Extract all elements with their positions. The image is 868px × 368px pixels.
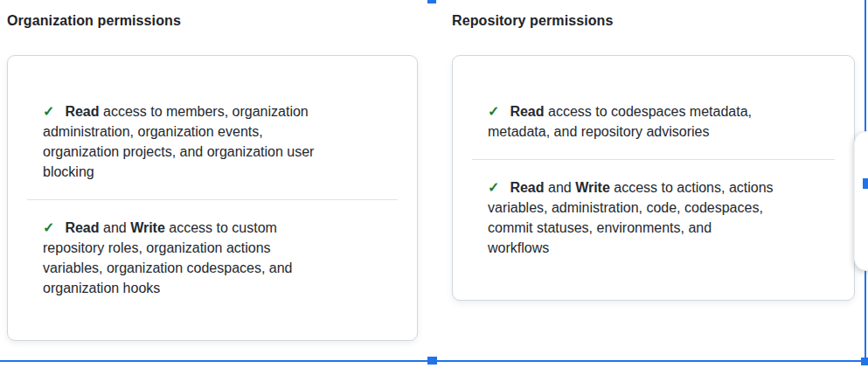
text-segment: variables, organization codespaces, and — [43, 260, 293, 275]
check-icon: ✓ — [488, 101, 499, 122]
text-segment: administration, organization events, — [43, 124, 263, 139]
permission-item: ✓Read access to codespaces metadata, met… — [453, 84, 854, 159]
permission-item: ✓Read and Write access to actions, actio… — [453, 160, 854, 275]
text-segment: Read — [510, 104, 544, 119]
selection-handle-right-middle[interactable] — [863, 178, 868, 189]
permission-line: commit statuses, environments, and — [488, 218, 819, 238]
text-segment: Read — [65, 220, 99, 235]
permission-item: ✓Read and Write access to custom reposit… — [8, 200, 417, 316]
repository-permissions-heading: Repository permissions — [452, 11, 855, 31]
selection-handle-top-center[interactable] — [427, 0, 436, 3]
page-root: Organization permissions ✓Read access to… — [0, 0, 868, 368]
selection-handle-bottom-right[interactable] — [861, 358, 868, 365]
text-segment: Read — [65, 104, 99, 119]
selection-handle-bottom-center[interactable] — [427, 357, 437, 365]
text-segment: blocking — [43, 164, 94, 179]
check-icon: ✓ — [43, 101, 54, 122]
permission-line: variables, organization codespaces, and — [43, 258, 382, 278]
text-segment: workflows — [488, 240, 549, 255]
text-segment: metadata, and repository advisories — [488, 124, 709, 139]
permission-line: workflows — [488, 238, 819, 258]
text-segment: access to codespaces metadata, — [545, 104, 752, 119]
organization-permissions-section: Organization permissions ✓Read access to… — [7, 11, 418, 341]
permission-line: ✓Read and Write access to custom — [43, 218, 382, 238]
clipped-side-panel — [854, 131, 868, 271]
text-segment: access to actions, actions — [610, 180, 774, 195]
text-segment: and — [100, 220, 131, 235]
text-segment: organization projects, and organization … — [43, 144, 314, 159]
check-icon: ✓ — [488, 177, 499, 198]
organization-permissions-card: ✓Read access to members, organization ad… — [7, 55, 418, 341]
permission-line: metadata, and repository advisories — [488, 122, 819, 142]
permission-line: variables, administration, code, codespa… — [488, 198, 819, 218]
permission-item: ✓Read access to members, organization ad… — [8, 84, 417, 199]
text-segment: access to members, organization — [100, 104, 309, 119]
organization-permissions-heading: Organization permissions — [7, 11, 418, 31]
permission-line: organization projects, and organization … — [43, 142, 382, 162]
check-icon: ✓ — [43, 218, 54, 238]
text-segment: access to custom — [165, 220, 277, 235]
text-segment: and — [545, 180, 576, 195]
repository-permissions-card: ✓Read access to codespaces metadata, met… — [452, 55, 855, 301]
permission-line: administration, organization events, — [43, 122, 382, 142]
text-segment: commit statuses, environments, and — [488, 220, 712, 235]
permission-line: blocking — [43, 162, 382, 182]
text-segment: Read — [510, 180, 544, 195]
text-segment: Write — [130, 220, 165, 235]
permission-line: ✓Read access to codespaces metadata, — [488, 101, 819, 122]
permission-line: repository roles, organization actions — [43, 238, 382, 258]
text-segment: Write — [575, 180, 610, 195]
text-segment: organization hooks — [43, 281, 160, 295]
permission-line: organization hooks — [43, 278, 382, 298]
permission-line: ✓Read access to members, organization — [43, 101, 382, 122]
text-segment: repository roles, organization actions — [43, 240, 271, 255]
permission-line: ✓Read and Write access to actions, actio… — [488, 177, 819, 198]
text-segment: variables, administration, code, codespa… — [488, 200, 763, 215]
repository-permissions-section: Repository permissions ✓Read access to c… — [452, 11, 855, 301]
